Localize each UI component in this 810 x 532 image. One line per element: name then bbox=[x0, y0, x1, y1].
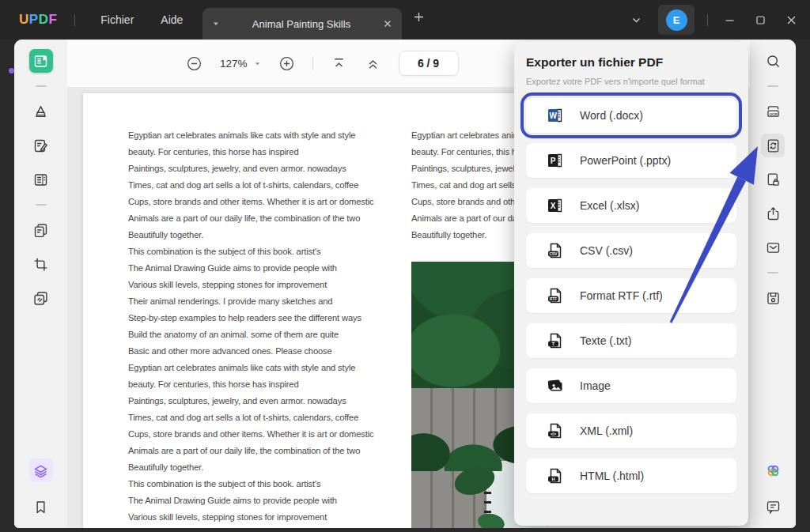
svg-text:X: X bbox=[551, 202, 556, 210]
app-content: 127% 6 / 9 Egyptian art celebrates anima… bbox=[14, 40, 796, 528]
export-item-label: CSV (.csv) bbox=[580, 244, 633, 257]
export-panel-subtitle: Exportez votre PDF vers n'importe quel f… bbox=[526, 77, 736, 86]
document-text-line: The Animal Drawing Guide aims to provide… bbox=[128, 496, 397, 512]
export-panel: Exporter un fichier PDF Exportez votre P… bbox=[514, 42, 748, 526]
txt-icon: T bbox=[546, 331, 565, 350]
app-logo-letter: U bbox=[19, 12, 29, 28]
convert-icon[interactable] bbox=[761, 134, 785, 157]
document-tab[interactable]: Animal Painting Skills bbox=[202, 8, 402, 40]
menu-item-aide[interactable]: Aide bbox=[153, 9, 191, 31]
document-text-line: Times, cat and dog art sells a lot of t-… bbox=[128, 180, 397, 197]
slideshow-icon[interactable] bbox=[29, 286, 53, 310]
document-text-line: Paintings, sculptures, jewelry, and even… bbox=[128, 396, 397, 413]
document-text-line: Paintings, sculptures, jewelry, and even… bbox=[128, 164, 397, 180]
document-text-line: The Animal Drawing Guide aims to provide… bbox=[128, 263, 397, 280]
export-item-rtf[interactable]: RTFFormat RTF (.rtf) bbox=[526, 278, 736, 313]
app-logo: UPDF bbox=[19, 12, 57, 28]
divider bbox=[707, 14, 708, 26]
excel-icon: X bbox=[546, 196, 565, 215]
export-item-image[interactable]: Image bbox=[526, 368, 736, 403]
tab-title: Animal Painting Skills bbox=[226, 18, 377, 30]
close-icon[interactable] bbox=[782, 11, 801, 29]
organize-pages-icon[interactable] bbox=[29, 218, 53, 242]
document-text-line: Beautifully together. bbox=[128, 462, 397, 479]
divider bbox=[36, 85, 47, 87]
export-item-excel[interactable]: XExcel (.xlsx) bbox=[526, 188, 736, 223]
document-text-line: Animals are a part of our daily life, th… bbox=[128, 446, 397, 462]
tab-caret-down-icon[interactable] bbox=[212, 20, 220, 28]
export-item-label: Excel (.xlsx) bbox=[580, 199, 639, 212]
document-text-line: Cups, store brands and other items. Whet… bbox=[128, 197, 397, 213]
account-button[interactable]: E bbox=[658, 5, 695, 35]
page-list-icon[interactable] bbox=[29, 168, 53, 191]
page-indicator-input[interactable]: 6 / 9 bbox=[399, 51, 459, 76]
document-text-line: This combination is the subject of this … bbox=[128, 479, 397, 496]
divider bbox=[74, 14, 75, 26]
ocr-icon[interactable]: OCR bbox=[761, 100, 785, 123]
app-logo-letter: D bbox=[39, 12, 49, 28]
export-item-word[interactable]: WWord (.docx) bbox=[526, 98, 736, 133]
new-tab-button[interactable] bbox=[413, 11, 425, 23]
export-item-label: XML (.xml) bbox=[580, 424, 633, 437]
mail-icon[interactable] bbox=[761, 236, 785, 259]
document-text-line: Various skill levels, stepping stones fo… bbox=[128, 280, 397, 296]
svg-text:RTF: RTF bbox=[550, 297, 557, 301]
xml-icon: </> bbox=[546, 421, 565, 440]
export-item-html[interactable]: HHTML (.html) bbox=[526, 458, 736, 493]
export-format-list: WWord (.docx)PPowerPoint (.pptx)XExcel (… bbox=[526, 98, 736, 493]
svg-text:CSV: CSV bbox=[550, 252, 558, 256]
svg-text:H: H bbox=[551, 477, 555, 481]
pdf-page[interactable]: Egyptian art celebrates animals like cat… bbox=[83, 93, 547, 528]
zoom-level-dropdown[interactable]: 127% bbox=[220, 58, 261, 70]
reader-icon[interactable] bbox=[29, 49, 53, 73]
layers-icon[interactable] bbox=[29, 458, 53, 482]
divider bbox=[312, 56, 313, 70]
ai-clover-icon[interactable] bbox=[761, 458, 785, 482]
previous-pages-icon[interactable] bbox=[365, 55, 381, 72]
rtf-icon: RTF bbox=[546, 286, 565, 305]
feedback-icon[interactable] bbox=[761, 495, 785, 519]
export-item-txt[interactable]: TTexte (.txt) bbox=[526, 323, 736, 358]
export-item-powerpoint[interactable]: PPowerPoint (.pptx) bbox=[526, 143, 736, 178]
menubar: FichierAide bbox=[93, 9, 191, 31]
powerpoint-icon: P bbox=[546, 151, 565, 170]
protect-icon[interactable] bbox=[761, 168, 785, 191]
document-text-line: Basic and other more advanced ones. Plea… bbox=[128, 346, 397, 363]
csv-icon: CSV bbox=[546, 241, 565, 260]
maximize-icon[interactable] bbox=[751, 11, 770, 29]
word-icon: W bbox=[546, 106, 565, 125]
right-sidebar-bottom bbox=[761, 458, 785, 519]
titlebar: UPDF FichierAide Animal Painting Skills … bbox=[0, 0, 810, 40]
edit-page-icon[interactable] bbox=[29, 134, 53, 157]
image-icon bbox=[546, 376, 565, 395]
titlebar-chevron-down-icon[interactable] bbox=[627, 11, 645, 29]
export-item-xml[interactable]: </>XML (.xml) bbox=[526, 413, 736, 448]
document-text-line: Egyptian art celebrates animals like cat… bbox=[128, 130, 397, 147]
menu-item-fichier[interactable]: Fichier bbox=[93, 9, 142, 31]
zoom-in-icon[interactable] bbox=[278, 55, 295, 72]
document-text-line: Beautifully together. bbox=[128, 230, 397, 247]
document-text-line: Egyptian art celebrates animals like cat… bbox=[128, 363, 397, 379]
highlighter-icon[interactable] bbox=[29, 100, 53, 123]
document-text-line: beauty. For centuries, this horse has in… bbox=[128, 379, 397, 396]
save-icon[interactable] bbox=[761, 286, 785, 310]
divider bbox=[767, 272, 778, 274]
document-text-line: Step-by-step examples to help readers se… bbox=[128, 313, 397, 330]
share-icon[interactable] bbox=[761, 202, 785, 225]
document-text-line: Their animal renderings. I provide many … bbox=[128, 296, 397, 313]
minimize-icon[interactable] bbox=[721, 11, 739, 29]
bookmark-icon[interactable] bbox=[29, 495, 53, 519]
export-item-label: HTML (.html) bbox=[580, 470, 644, 482]
export-item-label: PowerPoint (.pptx) bbox=[580, 154, 671, 167]
export-item-csv[interactable]: CSVCSV (.csv) bbox=[526, 233, 736, 268]
left-sidebar-top bbox=[29, 49, 53, 310]
export-item-label: Word (.docx) bbox=[580, 109, 643, 122]
svg-text:P: P bbox=[551, 157, 556, 165]
crop-icon[interactable] bbox=[29, 252, 53, 276]
search-icon[interactable] bbox=[761, 49, 785, 73]
go-first-page-icon[interactable] bbox=[331, 55, 347, 72]
svg-text:T: T bbox=[552, 341, 555, 346]
zoom-level-value: 127% bbox=[220, 58, 248, 70]
tab-close-icon[interactable] bbox=[383, 19, 392, 28]
zoom-out-icon[interactable] bbox=[186, 55, 202, 72]
